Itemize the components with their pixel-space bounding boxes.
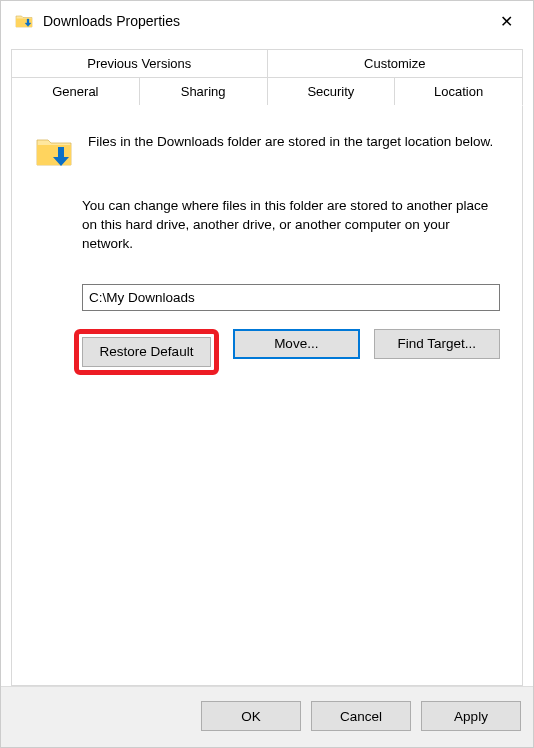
info-text: You can change where files in this folde… (82, 197, 500, 254)
tab-security[interactable]: Security (268, 77, 396, 106)
tab-sharing[interactable]: Sharing (140, 77, 268, 106)
find-target-button[interactable]: Find Target... (374, 329, 500, 359)
tab-row-bottom: General Sharing Security Location (11, 77, 523, 106)
tab-previous-versions[interactable]: Previous Versions (11, 49, 268, 77)
tab-row-top: Previous Versions Customize (11, 49, 523, 77)
tab-content-location: Files in the Downloads folder are stored… (11, 105, 523, 686)
description-row: Files in the Downloads folder are stored… (34, 131, 500, 171)
downloads-folder-icon (15, 13, 33, 29)
dialog-footer: OK Cancel Apply (1, 686, 533, 747)
cancel-button[interactable]: Cancel (311, 701, 411, 731)
dialog-body: Previous Versions Customize General Shar… (1, 41, 533, 686)
highlight-annotation: Restore Default (74, 329, 219, 375)
downloads-folder-icon-large (34, 131, 74, 171)
restore-default-button[interactable]: Restore Default (82, 337, 211, 367)
location-path-input[interactable] (82, 284, 500, 311)
titlebar-left: Downloads Properties (15, 13, 180, 29)
description-text: Files in the Downloads folder are stored… (88, 131, 500, 152)
titlebar: Downloads Properties ✕ (1, 1, 533, 41)
apply-button[interactable]: Apply (421, 701, 521, 731)
move-button[interactable]: Move... (233, 329, 360, 359)
tab-location[interactable]: Location (395, 77, 523, 106)
tab-area: Previous Versions Customize General Shar… (11, 49, 523, 686)
action-buttons-row: Restore Default Move... Find Target... (82, 329, 500, 375)
properties-dialog: Downloads Properties ✕ Previous Versions… (0, 0, 534, 748)
tab-customize[interactable]: Customize (268, 49, 524, 77)
ok-button[interactable]: OK (201, 701, 301, 731)
close-button[interactable]: ✕ (490, 8, 523, 35)
window-title: Downloads Properties (43, 13, 180, 29)
tab-general[interactable]: General (11, 77, 140, 106)
